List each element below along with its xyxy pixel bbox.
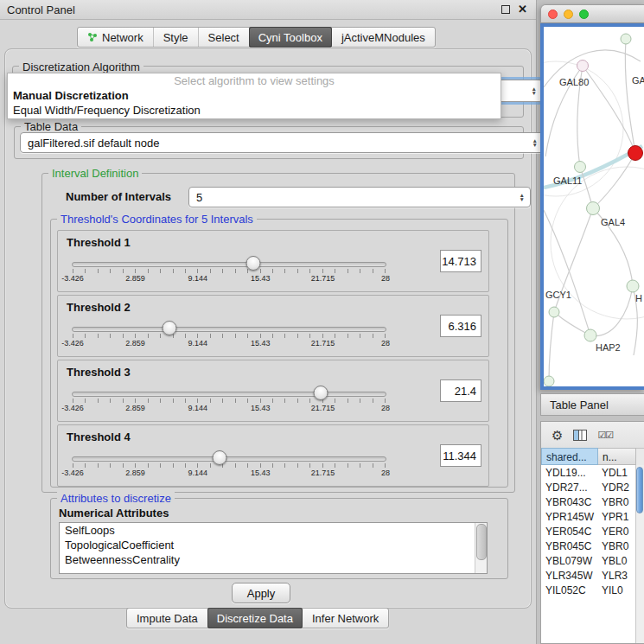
threshold-2-value-field[interactable]: 6.316 <box>440 315 481 337</box>
table-panel-titlebar[interactable]: Table Panel <box>540 393 644 416</box>
threshold-3-slider[interactable]: -3.426 2.859 9.144 15.43 21.715 28 <box>72 386 386 416</box>
combo-stepper-icon: ▲▼ <box>520 193 525 201</box>
threshold-2-slider[interactable]: -3.426 2.859 9.144 15.43 21.715 28 <box>72 322 386 351</box>
float-window-icon[interactable] <box>501 5 510 14</box>
apply-button[interactable]: Apply <box>232 583 290 603</box>
threshold-1-slider-handle[interactable] <box>246 256 261 271</box>
tab-infer-network[interactable]: Infer Network <box>303 609 388 628</box>
network-node[interactable] <box>621 34 631 44</box>
attributes-scrollbar-thumb[interactable] <box>476 524 487 560</box>
network-node[interactable] <box>587 202 600 215</box>
table-toolbar: ⚙ ☑☑ <box>541 422 644 449</box>
network-view-focus-frame: GAL80 GA GAL11 GAL4 GCY1 HAP2 H <box>540 23 644 390</box>
table-row[interactable]: YDL19...YDL1 <box>541 465 636 480</box>
threshold-1-label: Threshold 1 <box>67 236 131 249</box>
control-panel-titlebar: Control Panel ✕ <box>0 0 536 20</box>
number-of-intervals-combobox[interactable]: 5 ▲▼ <box>188 187 531 207</box>
network-view-window: GAL80 GA GAL11 GAL4 GCY1 HAP2 H <box>540 4 644 390</box>
table-row[interactable]: YPR145WYPR1 <box>541 509 636 524</box>
thresholds-group-label: Threshold's Coordinates for 5 Intervals <box>57 213 257 226</box>
table-row[interactable]: YIL052CYIL0 <box>541 583 636 597</box>
slider-tick-labels: -3.426 2.859 9.144 15.43 21.715 28 <box>73 274 386 284</box>
network-canvas[interactable]: GAL80 GA GAL11 GAL4 GCY1 HAP2 H <box>544 27 644 386</box>
list-item-betweennesscentrality[interactable]: BetweennessCentrality <box>60 552 487 567</box>
table-row[interactable]: YDR27...YDR2 <box>541 480 636 494</box>
column-header-shared-name[interactable]: shared... <box>541 448 598 465</box>
threshold-1-slider[interactable]: -3.426 2.859 9.144 15.43 21.715 28 <box>72 257 386 286</box>
slider-track[interactable] <box>72 456 386 462</box>
slider-track[interactable] <box>72 327 386 332</box>
node-label: H <box>635 293 642 303</box>
network-window-titlebar[interactable] <box>540 4 644 23</box>
number-of-intervals-label: Number of Intervals <box>66 190 171 203</box>
popup-placeholder-text: Select algorithm to view settings <box>8 73 501 88</box>
tab-label: jActiveMNodules <box>341 31 425 44</box>
close-traffic-light[interactable] <box>548 10 558 19</box>
popup-item-equal-width-frequency[interactable]: Equal Width/Frequency Discretization <box>8 103 501 118</box>
close-window-icon[interactable]: ✕ <box>518 4 527 15</box>
network-node-selected[interactable] <box>628 146 643 161</box>
gear-icon[interactable]: ⚙ <box>552 429 563 442</box>
tab-label: Select <box>208 31 239 44</box>
column-header-name[interactable]: n... <box>598 448 636 465</box>
threshold-2-panel: Threshold 2 -3.426 2.859 9.144 15.43 21.… <box>57 295 489 357</box>
threshold-4-value-field[interactable]: 11.344 <box>440 444 481 467</box>
attributes-scrollbar[interactable] <box>475 523 487 573</box>
table-data-combobox[interactable]: galFiltered.sif default node ▲▼ <box>20 132 544 153</box>
slider-tick-labels: -3.426 2.859 9.144 15.43 21.715 28 <box>73 339 386 348</box>
threshold-4-slider[interactable]: -3.426 2.859 9.144 15.43 21.715 28 <box>72 451 386 481</box>
tab-impute-data[interactable]: Impute Data <box>127 609 207 628</box>
network-node[interactable] <box>544 376 554 386</box>
numerical-attributes-label: Numerical Attributes <box>59 507 169 520</box>
minimize-traffic-light[interactable] <box>564 10 573 19</box>
select-columns-icon[interactable]: ☑☑ <box>597 430 613 441</box>
list-item-topologicalcoefficient[interactable]: TopologicalCoefficient <box>60 538 487 552</box>
bottom-tabbar: Impute Data Discretize Data Infer Networ… <box>126 608 389 628</box>
table-scrollbar-thumb[interactable] <box>636 467 643 513</box>
algorithm-dropdown-popup: Select algorithm to view settings Manual… <box>7 73 501 119</box>
tab-style[interactable]: Style <box>153 28 198 47</box>
table-row[interactable]: YLR345WYLR3 <box>541 568 636 583</box>
table-row[interactable]: YBR043CYBR0 <box>541 494 636 509</box>
slider-track[interactable] <box>72 262 386 267</box>
columns-icon[interactable] <box>573 430 587 441</box>
threshold-3-value-field[interactable]: 21.4 <box>440 379 481 402</box>
control-panel-window: Control Panel ✕ Network Style Select Cyn… <box>0 0 537 644</box>
table-header-row: shared... n... <box>541 448 636 465</box>
tab-cyni-toolbox[interactable]: Cyni Toolbox <box>249 27 332 48</box>
table-row[interactable]: YBL079WYBL0 <box>541 553 636 568</box>
list-item-selfloops[interactable]: SelfLoops <box>60 523 487 538</box>
tab-select[interactable]: Select <box>198 28 249 47</box>
tab-discretize-data[interactable]: Discretize Data <box>207 608 303 628</box>
node-label: GAL80 <box>559 77 589 87</box>
network-node[interactable] <box>577 61 589 72</box>
screen: Control Panel ✕ Network Style Select Cyn… <box>0 0 644 644</box>
threshold-4-slider-handle[interactable] <box>213 450 227 465</box>
zoom-traffic-light[interactable] <box>579 10 589 19</box>
tab-network[interactable]: Network <box>78 28 153 47</box>
threshold-2-slider-handle[interactable] <box>162 321 176 335</box>
threshold-3-slider-handle[interactable] <box>313 386 328 400</box>
threshold-1-panel: Threshold 1 -3.426 2.859 9.144 15.43 21.… <box>57 230 489 292</box>
interval-definition-label: Interval Definition <box>48 167 142 180</box>
combo-stepper-icon: ▲▼ <box>532 86 537 95</box>
table-row[interactable]: YBR045CYBR0 <box>541 539 636 553</box>
top-tabbar: Network Style Select Cyni Toolbox jActiv… <box>77 27 436 48</box>
tab-jactivemnodules[interactable]: jActiveMNodules <box>332 28 435 47</box>
threshold-1-value-field[interactable]: 14.713 <box>440 250 481 272</box>
network-node[interactable] <box>549 307 559 317</box>
network-node[interactable] <box>584 329 596 341</box>
table-rows: YDL19...YDL1 YDR27...YDR2 YBR043CYBR0 YP… <box>541 465 636 643</box>
slider-ticks <box>73 269 386 273</box>
network-node[interactable] <box>627 280 639 292</box>
table-row[interactable]: YER054CYER0 <box>541 524 636 539</box>
node-label: GAL4 <box>601 217 625 227</box>
slider-track[interactable] <box>72 392 386 397</box>
network-node[interactable] <box>575 162 586 173</box>
table-vertical-scrollbar[interactable] <box>635 465 644 643</box>
popup-item-manual-discretization[interactable]: Manual Discretization <box>8 88 501 103</box>
attributes-group-label: Attributes to discretize <box>57 492 175 505</box>
slider-ticks <box>73 334 386 338</box>
tab-label: Discretize Data <box>217 612 293 625</box>
tab-label: Infer Network <box>312 612 379 625</box>
